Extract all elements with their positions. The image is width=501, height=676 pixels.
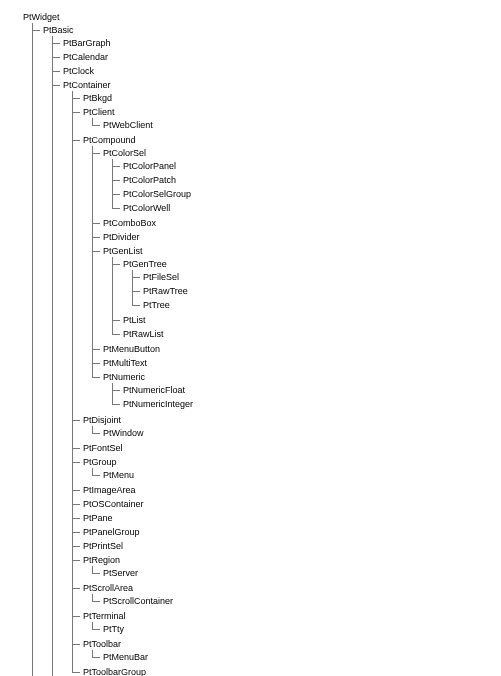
tree-node-ptwidget: PtWidgetPtBasicPtBarGraphPtCalendarPtClo… (22, 10, 491, 676)
tree-node-label-ptprintsel: PtPrintSel (82, 541, 124, 551)
tree-children-ptcontainer: PtBkgdPtClientPtWebClientPtCompoundPtCol… (62, 91, 491, 676)
tree-node-label-ptwidget: PtWidget (22, 12, 61, 22)
tree-node-ptcalendar: PtCalendar (52, 50, 491, 64)
tree-node-ptcompound: PtCompoundPtColorSelPtColorPanelPtColorP… (72, 133, 491, 413)
tree-node-label-ptgenlist: PtGenList (102, 246, 144, 256)
tree-node-label-ptclient: PtClient (82, 107, 116, 117)
tree-node-label-ptcolorsel: PtColorSel (102, 148, 147, 158)
tree-node-label-ptgentree: PtGenTree (122, 259, 168, 269)
tree-children-ptclient: PtWebClient (82, 118, 491, 132)
tree-node-label-ptbasic: PtBasic (42, 25, 75, 35)
tree-node-label-ptrawlist: PtRawList (122, 329, 165, 339)
tree-children-ptscrollarea: PtScrollContainer (82, 594, 491, 608)
tree-node-pttoolbar: PtToolbarPtMenuBar (72, 637, 491, 665)
tree-node-ptgenlist: PtGenListPtGenTreePtFileSelPtRawTreePtTr… (92, 244, 491, 342)
tree-node-label-ptclock: PtClock (62, 66, 95, 76)
tree-node-ptclock: PtClock (52, 64, 491, 78)
tree-node-label-ptmenubutton: PtMenuButton (102, 344, 161, 354)
tree-node-ptlist: PtList (112, 313, 491, 327)
tree-node-ptnumericinteger: PtNumericInteger (112, 397, 491, 411)
tree-children-pttoolbar: PtMenuBar (82, 650, 491, 664)
tree-node-ptmenu: PtMenu (92, 468, 491, 482)
tree-children-ptcolorsel: PtColorPanelPtColorPatchPtColorSelGroupP… (102, 159, 491, 215)
tree-node-label-ptscrollcontainer: PtScrollContainer (102, 596, 174, 606)
tree-node-label-ptoscontainer: PtOSContainer (82, 499, 145, 509)
tree-node-ptterminal: PtTerminalPtTty (72, 609, 491, 637)
tree-node-label-ptdisjoint: PtDisjoint (82, 415, 122, 425)
tree-node-ptnumericfloat: PtNumericFloat (112, 383, 491, 397)
tree-node-label-pttoolbar: PtToolbar (82, 639, 122, 649)
tree-children-ptdisjoint: PtWindow (82, 426, 491, 440)
tree-node-label-ptmenubar: PtMenuBar (102, 652, 149, 662)
tree-node-label-ptcalendar: PtCalendar (62, 52, 109, 62)
tree-node-label-ptnumericinteger: PtNumericInteger (122, 399, 194, 409)
tree-node-ptoscontainer: PtOSContainer (72, 497, 491, 511)
tree-node-ptmenubar: PtMenuBar (92, 650, 491, 664)
tree-node-label-ptgroup: PtGroup (82, 457, 118, 467)
tree-node-ptscrollarea: PtScrollAreaPtScrollContainer (72, 581, 491, 609)
tree-node-label-ptmultitext: PtMultiText (102, 358, 148, 368)
tree-node-ptscrollcontainer: PtScrollContainer (92, 594, 491, 608)
tree-node-ptwindow: PtWindow (92, 426, 491, 440)
tree-node-label-ptbkgd: PtBkgd (82, 93, 113, 103)
tree-node-label-ptcompound: PtCompound (82, 135, 137, 145)
tree-node-ptcolorselgroup: PtColorSelGroup (112, 187, 491, 201)
tree-node-label-ptnumericfloat: PtNumericFloat (122, 385, 186, 395)
tree-node-ptcombobox: PtComboBox (92, 216, 491, 230)
tree-node-label-ptbargraph: PtBarGraph (62, 38, 112, 48)
tree-node-ptfilesel: PtFileSel (132, 270, 491, 284)
tree-node-ptrawtree: PtRawTree (132, 284, 491, 298)
tree-node-ptrawlist: PtRawList (112, 327, 491, 341)
tree-node-label-ptpanelgroup: PtPanelGroup (82, 527, 141, 537)
tree-node-label-ptcolorpatch: PtColorPatch (122, 175, 177, 185)
tree-node-ptdivider: PtDivider (92, 230, 491, 244)
tree-node-label-ptfilesel: PtFileSel (142, 272, 180, 282)
tree-node-label-pttree: PtTree (142, 300, 171, 310)
tree-children-ptgentree: PtFileSelPtRawTreePtTree (122, 270, 491, 312)
tree-node-label-ptcontainer: PtContainer (62, 80, 112, 90)
tree-children-ptnumeric: PtNumericFloatPtNumericInteger (102, 383, 491, 411)
tree-node-ptbargraph: PtBarGraph (52, 36, 491, 50)
tree-node-label-ptmenu: PtMenu (102, 470, 135, 480)
tree-node-ptcontainer: PtContainerPtBkgdPtClientPtWebClientPtCo… (52, 78, 491, 676)
tree-node-ptdisjoint: PtDisjointPtWindow (72, 413, 491, 441)
tree-node-label-ptdivider: PtDivider (102, 232, 141, 242)
tree-children-ptgenlist: PtGenTreePtFileSelPtRawTreePtTreePtListP… (102, 257, 491, 341)
tree-node-pttty: PtTty (92, 622, 491, 636)
tree-node-ptserver: PtServer (92, 566, 491, 580)
tree-node-label-ptserver: PtServer (102, 568, 139, 578)
tree-node-pttoolbargroup: PtToolbarGroup (72, 665, 491, 676)
tree-node-ptnumeric: PtNumericPtNumericFloatPtNumericInteger (92, 370, 491, 412)
tree-node-pttree: PtTree (132, 298, 491, 312)
tree-node-ptfontsel: PtFontSel (72, 441, 491, 455)
tree-node-ptmenubutton: PtMenuButton (92, 342, 491, 356)
tree-node-label-ptterminal: PtTerminal (82, 611, 127, 621)
tree-node-label-ptregion: PtRegion (82, 555, 121, 565)
tree-node-ptgroup: PtGroupPtMenu (72, 455, 491, 483)
tree-children-ptcompound: PtColorSelPtColorPanelPtColorPatchPtColo… (82, 146, 491, 412)
tree-node-label-ptscrollarea: PtScrollArea (82, 583, 134, 593)
tree-node-label-ptimagearea: PtImageArea (82, 485, 137, 495)
tree-node-ptbasic: PtBasicPtBarGraphPtCalendarPtClockPtCont… (32, 23, 491, 676)
tree-node-ptcolorpanel: PtColorPanel (112, 159, 491, 173)
tree-children-ptterminal: PtTty (82, 622, 491, 636)
tree-node-ptimagearea: PtImageArea (72, 483, 491, 497)
tree-node-ptmultitext: PtMultiText (92, 356, 491, 370)
tree-node-label-ptcolorwell: PtColorWell (122, 203, 171, 213)
tree-node-ptpane: PtPane (72, 511, 491, 525)
tree-node-label-pttoolbargroup: PtToolbarGroup (82, 667, 147, 676)
tree-node-label-ptfontsel: PtFontSel (82, 443, 124, 453)
tree-node-label-ptcombobox: PtComboBox (102, 218, 157, 228)
tree-node-ptpanelgroup: PtPanelGroup (72, 525, 491, 539)
class-hierarchy-tree: PtWidgetPtBasicPtBarGraphPtCalendarPtClo… (10, 10, 491, 676)
tree-node-ptregion: PtRegionPtServer (72, 553, 491, 581)
tree-node-label-ptnumeric: PtNumeric (102, 372, 146, 382)
tree-node-ptprintsel: PtPrintSel (72, 539, 491, 553)
tree-node-ptcolorsel: PtColorSelPtColorPanelPtColorPatchPtColo… (92, 146, 491, 216)
tree-node-label-ptwindow: PtWindow (102, 428, 145, 438)
tree-node-ptclient: PtClientPtWebClient (72, 105, 491, 133)
tree-node-label-ptcolorselgroup: PtColorSelGroup (122, 189, 192, 199)
tree-node-label-ptrawtree: PtRawTree (142, 286, 189, 296)
tree-node-ptbkgd: PtBkgd (72, 91, 491, 105)
tree-children-ptregion: PtServer (82, 566, 491, 580)
